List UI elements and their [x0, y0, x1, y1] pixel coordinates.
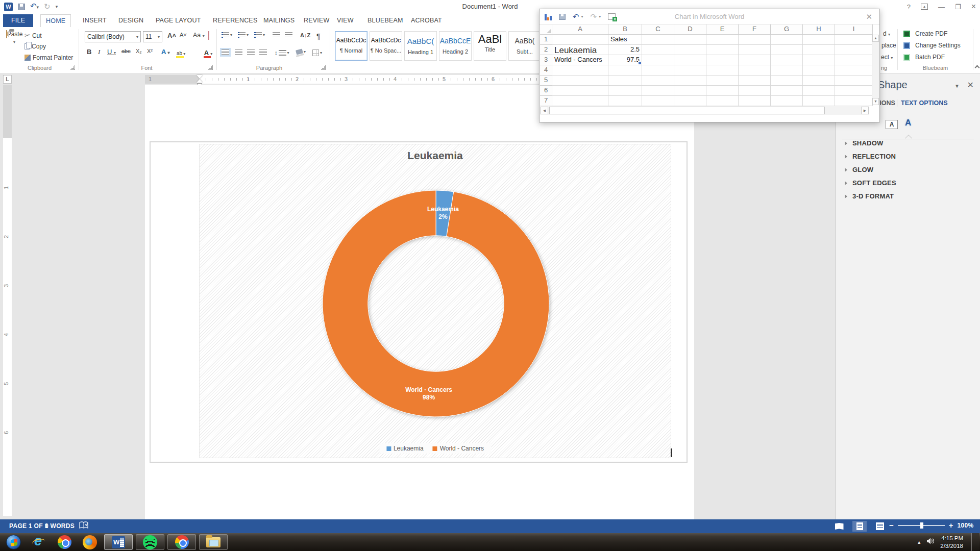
scrollbar-thumb[interactable]: [549, 107, 825, 114]
cell-A4[interactable]: [552, 65, 608, 76]
shrink-font-button[interactable]: A˅: [180, 32, 187, 38]
cell-E4[interactable]: [706, 65, 739, 76]
column-header-F[interactable]: F: [739, 24, 771, 35]
hanging-indent-marker[interactable]: [197, 79, 203, 83]
zoom-slider-handle[interactable]: [920, 522, 923, 529]
sheet-horizontal-scrollbar[interactable]: ◀ ▶: [540, 106, 869, 115]
taskbar-start-button[interactable]: [2, 534, 24, 550]
close-icon[interactable]: ×: [971, 2, 976, 11]
row-header-7[interactable]: 7: [540, 96, 552, 106]
font-color-button[interactable]: A ▾: [204, 49, 213, 57]
row-header-6[interactable]: 6: [540, 86, 552, 96]
cell-G6[interactable]: [771, 86, 803, 96]
word-count[interactable]: 0 WORDS: [45, 522, 75, 530]
first-line-indent-marker[interactable]: [197, 75, 203, 79]
volume-icon[interactable]: [926, 537, 935, 547]
column-header-I[interactable]: I: [835, 24, 873, 35]
cell-H6[interactable]: [803, 86, 835, 96]
cell-E7[interactable]: [706, 96, 739, 106]
cell-E3[interactable]: [706, 55, 739, 65]
ribbon-display-options-icon[interactable]: ▴: [921, 4, 928, 10]
cell-D4[interactable]: [674, 65, 706, 76]
cell-B1[interactable]: Sales: [608, 35, 642, 45]
cell-E2[interactable]: [706, 45, 739, 55]
ribbon-tab-file[interactable]: FILE: [3, 14, 33, 27]
subscript-button[interactable]: X₂: [136, 48, 142, 54]
zoom-percentage[interactable]: 100%: [958, 522, 974, 529]
font-size-combo[interactable]: 11▾: [143, 31, 162, 42]
column-header-H[interactable]: H: [803, 24, 835, 35]
ribbon-tab-review[interactable]: REVIEW: [299, 14, 335, 27]
cell-F2[interactable]: [739, 45, 771, 55]
restore-icon[interactable]: ❐: [955, 3, 961, 11]
cell-B2[interactable]: 2.5: [608, 45, 642, 55]
cell-A5[interactable]: [552, 76, 608, 86]
paste-button[interactable]: Paste ▾: [4, 31, 24, 64]
multilevel-list-button[interactable]: ▾: [254, 32, 265, 38]
cell-C2[interactable]: [642, 45, 674, 55]
cell-D7[interactable]: [674, 96, 706, 106]
shading-button[interactable]: ▾: [296, 49, 306, 54]
style--normal[interactable]: AaBbCcDc¶ Normal: [335, 31, 368, 61]
text-effects-a-icon[interactable]: A: [905, 118, 911, 128]
cell-H7[interactable]: [803, 96, 835, 106]
cell-H5[interactable]: [803, 76, 835, 86]
window-redo-icon[interactable]: ↷: [591, 12, 597, 21]
pane-options-dropdown-icon[interactable]: ▼: [954, 83, 960, 89]
font-name-combo[interactable]: Calibri (Body)▾: [85, 31, 141, 42]
cell-I2[interactable]: [835, 45, 873, 55]
style-heading-1[interactable]: AaBbC(Heading 1: [404, 31, 437, 61]
scroll-up-icon[interactable]: ▲: [872, 35, 879, 42]
cell-D1[interactable]: [674, 35, 706, 45]
cell-C7[interactable]: [642, 96, 674, 106]
chart-object-frame[interactable]: Leukaemia Leukaemia2%World - Cancers98% …: [150, 141, 688, 463]
cell-I1[interactable]: [835, 35, 873, 45]
cell-F6[interactable]: [739, 86, 771, 96]
slice-world-cancers[interactable]: [323, 190, 549, 417]
section-reflection[interactable]: REFLECTION: [845, 153, 896, 160]
cell-E6[interactable]: [706, 86, 739, 96]
cell-C1[interactable]: [642, 35, 674, 45]
cell-I6[interactable]: [835, 86, 873, 96]
copy-button[interactable]: Copy: [24, 43, 46, 50]
row-header-3[interactable]: 3: [540, 55, 552, 65]
document-page[interactable]: Leukaemia Leukaemia2%World - Cancers98% …: [145, 85, 694, 519]
borders-button[interactable]: ▾: [312, 49, 322, 56]
chart-window-close-icon[interactable]: ✕: [866, 12, 872, 21]
read-mode-button[interactable]: [832, 521, 846, 532]
sheet-vertical-scrollbar[interactable]: ▲ ▼: [872, 35, 879, 105]
tab-stop-selector[interactable]: L: [3, 75, 12, 84]
ribbon-tab-design[interactable]: DESIGN: [113, 14, 149, 27]
cell-B3[interactable]: 97.5: [608, 55, 642, 65]
change-case-button[interactable]: Aa ▾: [193, 32, 205, 39]
section-shadow[interactable]: SHADOW: [845, 139, 883, 147]
numbering-button[interactable]: ▾: [238, 32, 249, 38]
taskbar-chrome[interactable]: [53, 534, 76, 550]
cell-F3[interactable]: [739, 55, 771, 65]
cell-H1[interactable]: [803, 35, 835, 45]
decrease-indent-button[interactable]: [273, 32, 280, 38]
change-settings-button[interactable]: Change Settings: [903, 42, 961, 49]
section-3-d-format[interactable]: 3-D FORMAT: [845, 192, 894, 200]
ribbon-tab-page-layout[interactable]: PAGE LAYOUT: [151, 14, 206, 27]
row-header-1[interactable]: 1: [540, 35, 552, 45]
text-effects-button[interactable]: A ▾: [161, 48, 170, 56]
cell-C4[interactable]: [642, 65, 674, 76]
align-right-button[interactable]: [247, 49, 255, 55]
ribbon-tab-bluebeam[interactable]: BLUEBEAM: [362, 14, 408, 27]
collapse-ribbon-icon[interactable]: [975, 65, 980, 70]
ribbon-tab-view[interactable]: VIEW: [332, 14, 359, 27]
increase-indent-button[interactable]: [285, 32, 292, 38]
create-pdf-button[interactable]: Create PDF: [903, 30, 947, 37]
batch-pdf-button[interactable]: Batch PDF: [903, 54, 945, 61]
cell-G4[interactable]: [771, 65, 803, 76]
replace-button-fragment[interactable]: place: [881, 42, 896, 49]
chart-plot-area[interactable]: Leukaemia Leukaemia2%World - Cancers98% …: [199, 144, 671, 458]
taskbar-chrome-window[interactable]: [167, 534, 196, 550]
cell-I4[interactable]: [835, 65, 873, 76]
cell-G3[interactable]: [771, 55, 803, 65]
select-button-fragment[interactable]: ect ▾: [881, 54, 893, 61]
edit-data-in-excel-icon[interactable]: [608, 13, 616, 20]
taskbar-file-explorer[interactable]: [199, 534, 228, 550]
chart-type-icon[interactable]: [545, 13, 552, 20]
